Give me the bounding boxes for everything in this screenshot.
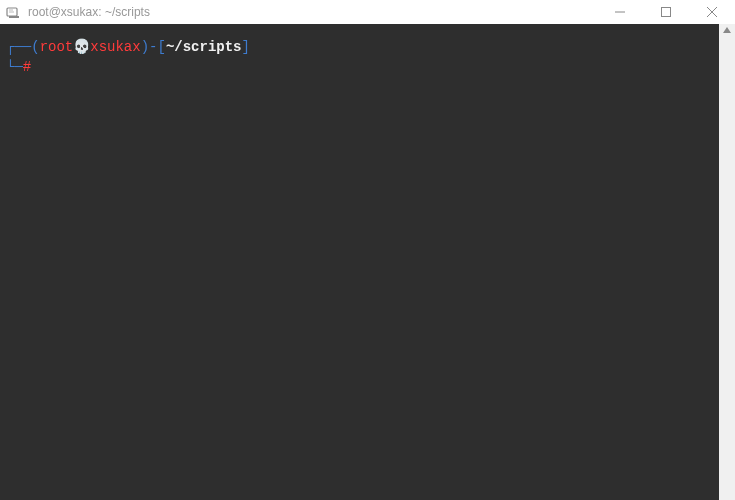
scroll-up-icon[interactable] — [719, 26, 735, 34]
putty-window: root@xsukax: ~/scripts ┌──(root💀xsukax)-… — [0, 0, 735, 500]
scrollbar[interactable] — [719, 24, 735, 500]
skull-icon: 💀 — [73, 39, 90, 55]
svg-rect-5 — [662, 8, 671, 17]
maximize-button[interactable] — [643, 0, 689, 24]
minimize-button[interactable] — [597, 0, 643, 24]
terminal[interactable]: ┌──(root💀xsukax)-[~/scripts] └─# — [0, 24, 719, 500]
close-button[interactable] — [689, 0, 735, 24]
client-area: ┌──(root💀xsukax)-[~/scripts] └─# — [0, 24, 735, 500]
prompt-box-bot: └─ — [6, 59, 23, 75]
window-controls — [597, 0, 735, 24]
prompt-lparen: ( — [31, 39, 39, 55]
window-title: root@xsukax: ~/scripts — [28, 5, 597, 19]
prompt-rbrack: ] — [242, 39, 250, 55]
prompt-hash: # — [23, 59, 31, 75]
prompt-user: root — [40, 39, 74, 55]
prompt-lbrack: [ — [157, 39, 165, 55]
prompt-rparen: ) — [141, 39, 149, 55]
titlebar[interactable]: root@xsukax: ~/scripts — [0, 0, 735, 24]
prompt-host: xsukax — [90, 39, 140, 55]
putty-icon — [4, 3, 22, 21]
prompt-path: ~/scripts — [166, 39, 242, 55]
prompt-box-top: ┌── — [6, 39, 31, 55]
svg-rect-1 — [9, 16, 19, 18]
